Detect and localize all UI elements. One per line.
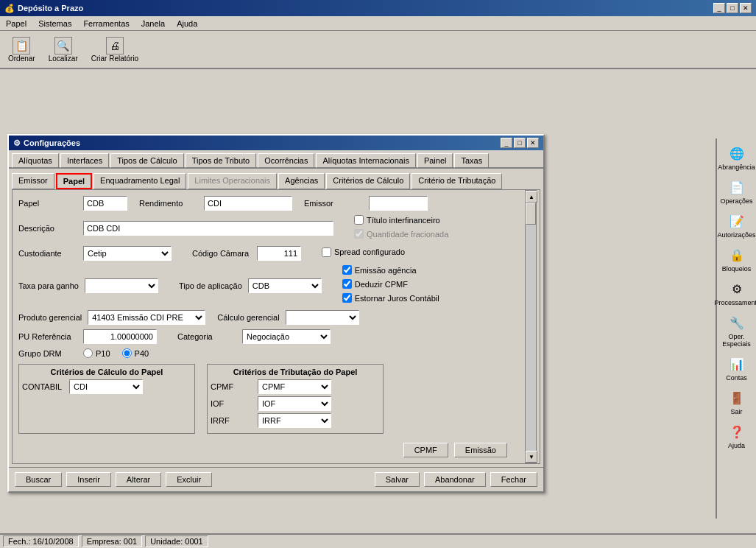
- excluir-button[interactable]: Excluir: [166, 472, 212, 487]
- sidebar-contas[interactable]: 📊 Contas: [718, 352, 756, 383]
- estornar-juros-checkbox[interactable]: [342, 293, 352, 303]
- close-button[interactable]: ✕: [740, 3, 752, 13]
- descricao-row: Descrição Título interfinanceiro Quantid…: [18, 215, 522, 242]
- buscar-button[interactable]: Buscar: [15, 472, 62, 487]
- menu-sistemas[interactable]: Sistemas: [35, 18, 74, 29]
- dialog-close-button[interactable]: ✕: [527, 138, 539, 148]
- subtab-criterio-tributacao[interactable]: Critério de Tributação: [411, 173, 502, 189]
- app-icon: 💰: [4, 4, 15, 13]
- criterios-calculo-select-0[interactable]: CDI: [69, 379, 143, 394]
- menu-papel[interactable]: Papel: [3, 18, 29, 29]
- rendimento-input[interactable]: [204, 196, 292, 211]
- emissor-input[interactable]: [369, 196, 428, 211]
- menu-janela[interactable]: Janela: [138, 18, 168, 29]
- descricao-label: Descrição: [18, 224, 77, 233]
- rendimento-label: Rendimento: [139, 199, 198, 208]
- configuracoes-dialog: ⚙ Configurações _ □ ✕ Alíquotas Interfac…: [7, 134, 545, 493]
- criterios-calculo-label-0: CONTABIL: [22, 382, 66, 391]
- descricao-input[interactable]: [83, 221, 333, 236]
- codigo-camara-input[interactable]: [257, 246, 301, 261]
- bloqueios-icon: 🔒: [727, 245, 747, 265]
- tab-aliquotas[interactable]: Alíquotas: [12, 153, 59, 168]
- sidebar-operacoes[interactable]: 📄 Operações: [718, 175, 756, 206]
- emissao-button[interactable]: Emissão: [454, 443, 507, 457]
- subtab-enquadramento[interactable]: Enquadramento Legal: [93, 173, 186, 189]
- menu-ferramentas[interactable]: Ferramentas: [80, 18, 132, 29]
- pu-referencia-label: PU Referência: [18, 332, 77, 341]
- taxa-ganho-label: Taxa para ganho: [18, 281, 79, 290]
- dialog-minimize-button[interactable]: _: [501, 138, 512, 148]
- taxa-ganho-row: Taxa para ganho Taxa 1 Tipo de aplicação…: [18, 265, 522, 306]
- calculo-gerencial-select[interactable]: [286, 310, 359, 325]
- title-bar-text: 💰 Depósito a Prazo: [4, 4, 83, 13]
- subtab-papel[interactable]: Papel: [56, 173, 92, 189]
- scroll-track: [526, 203, 536, 451]
- radio-p10[interactable]: [83, 348, 93, 358]
- fechar-button[interactable]: Fechar: [490, 472, 537, 487]
- sidebar-sair[interactable]: 🚪 Sair: [718, 386, 756, 417]
- criar-relatorio-icon: 🖨: [106, 37, 124, 55]
- menu-ajuda[interactable]: Ajuda: [174, 18, 200, 29]
- scroll-down-button[interactable]: ▼: [526, 451, 537, 463]
- abandonar-button[interactable]: Abandonar: [424, 472, 486, 487]
- status-unidade: Unidade: 0001: [145, 535, 208, 547]
- tipo-aplicacao-select[interactable]: CDB CDI: [248, 278, 322, 293]
- papel-label: Papel: [18, 199, 77, 208]
- main-area: ⚙ Configurações _ □ ✕ Alíquotas Interfac…: [0, 69, 756, 533]
- cpmf-button[interactable]: CPMF: [403, 443, 448, 457]
- inserir-button[interactable]: Inserir: [66, 472, 111, 487]
- criar-relatorio-button[interactable]: 🖨 Criar Relatório: [88, 35, 142, 65]
- tab-tipos-tributo[interactable]: Tipos de Tributo: [186, 153, 256, 168]
- toolbar: 📋 Ordenar 🔍 Localizar 🖨 Criar Relatório: [0, 31, 756, 69]
- scroll-up-button[interactable]: ▲: [526, 191, 537, 203]
- categoria-select[interactable]: Negociação Carteira: [242, 329, 331, 344]
- sair-label: Sair: [730, 408, 742, 415]
- subtab-agencias[interactable]: Agências: [278, 173, 325, 189]
- sidebar-autorizacoes[interactable]: 📝 Autorizações: [718, 209, 756, 240]
- minimize-button[interactable]: _: [713, 3, 725, 13]
- checkbox-estornar-row: Estornar Juros Contábil: [342, 293, 439, 303]
- dialog-maximize-button[interactable]: □: [514, 138, 526, 148]
- pu-referencia-input[interactable]: [83, 329, 157, 344]
- sidebar-abrangencia[interactable]: 🌐 Abrangência: [718, 141, 756, 172]
- status-empresa: Empresa: 001: [82, 535, 142, 547]
- custodiante-select[interactable]: Cetip Selic BM&F: [83, 246, 172, 261]
- sidebar-ajuda[interactable]: ❓ Ajuda: [718, 420, 756, 451]
- papel-input[interactable]: [83, 196, 127, 211]
- titulo-interfinanceiro-checkbox[interactable]: [354, 215, 364, 225]
- criterios-tributacao-label-0: CPMF: [211, 382, 255, 391]
- vertical-scrollbar[interactable]: ▲ ▼: [525, 190, 537, 463]
- spread-configurado-checkbox[interactable]: [322, 247, 331, 257]
- tab-taxas[interactable]: Taxas: [454, 153, 489, 168]
- subtab-criterios-calculo[interactable]: Critérios de Cálculo: [326, 173, 410, 189]
- criterios-tributacao-row-0: CPMF CPMF: [211, 379, 380, 394]
- criterios-tributacao-select-0[interactable]: CPMF: [258, 379, 331, 394]
- estornar-juros-label: Estornar Juros Contábil: [355, 294, 439, 303]
- salvar-button[interactable]: Salvar: [375, 472, 420, 487]
- alterar-button[interactable]: Alterar: [116, 472, 161, 487]
- tab-painel[interactable]: Painel: [417, 153, 453, 168]
- quantidade-fracionada-checkbox[interactable]: [354, 229, 364, 239]
- radio-p40[interactable]: [122, 348, 132, 358]
- tab-ocorrencias[interactable]: Ocorrências: [258, 153, 314, 168]
- emissao-agencia-label: Emissão agência: [355, 266, 417, 275]
- maximize-button[interactable]: □: [727, 3, 738, 13]
- criterios-tributacao-select-2[interactable]: IRRF: [258, 413, 331, 428]
- taxa-ganho-select[interactable]: Taxa 1: [85, 278, 158, 293]
- ordenar-button[interactable]: 📋 Ordenar: [4, 35, 39, 65]
- sidebar-processamento[interactable]: ⚙ Processament.: [718, 277, 756, 308]
- criterios-calculo-title: Critérios de Cálculo do Papel: [22, 368, 191, 376]
- scroll-thumb[interactable]: [526, 203, 536, 225]
- sidebar-oper-especiais[interactable]: 🔧 Oper. Especiais: [718, 311, 756, 349]
- deduzir-cpmf-checkbox[interactable]: [342, 279, 352, 289]
- emissao-agencia-checkbox[interactable]: [342, 265, 352, 275]
- tab-interfaces[interactable]: Interfaces: [60, 153, 109, 168]
- tab-tipos-calculo[interactable]: Tipos de Cálculo: [110, 153, 184, 168]
- sidebar-bloqueios[interactable]: 🔒 Bloqueios: [718, 243, 756, 274]
- subtab-emissor[interactable]: Emissor: [12, 173, 54, 189]
- criterios-tributacao-select-1[interactable]: IOF: [258, 396, 331, 411]
- ordenar-icon: 📋: [13, 37, 30, 55]
- tab-aliquotas-internacionais[interactable]: Alíquotas Internacionais: [316, 153, 415, 168]
- produto-gerencial-select[interactable]: 41403 Emissão CDI PRE: [88, 310, 205, 325]
- localizar-button[interactable]: 🔍 Localizar: [45, 35, 82, 65]
